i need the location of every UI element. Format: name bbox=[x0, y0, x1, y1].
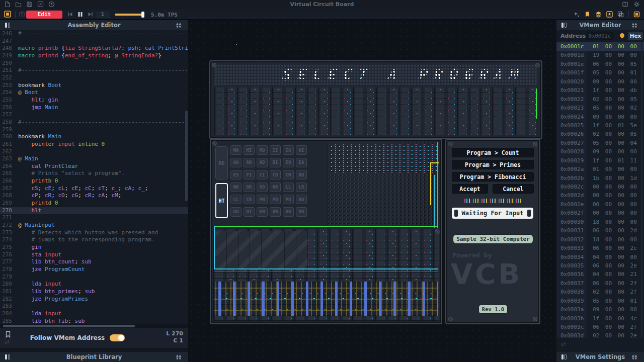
step-back-icon[interactable] bbox=[67, 11, 73, 18]
code-line[interactable]: 256 jmp Main bbox=[0, 104, 188, 112]
code-line[interactable]: 262 bbox=[0, 148, 188, 156]
code-line[interactable]: 268 cP; cR; cO; cG; cR; cA; cM; bbox=[0, 192, 188, 200]
ht-cell-active[interactable]: HT bbox=[215, 183, 228, 218]
swap-arrows-icon[interactable]: ⇄ bbox=[561, 341, 566, 347]
code-line[interactable]: 282 jze ProgramPrimes bbox=[0, 296, 188, 303]
vmem-row[interactable]: 0x000211f 00 00 db bbox=[556, 86, 644, 95]
address-input[interactable] bbox=[586, 32, 614, 40]
code-line[interactable]: 248macro printb {lia StringStarta?; psh;… bbox=[0, 45, 188, 52]
follow-vmem-toggle[interactable] bbox=[110, 334, 125, 341]
decoder-cell-ll[interactable]: LL bbox=[283, 183, 294, 192]
code-line[interactable]: 283 bbox=[0, 303, 188, 310]
code-horizontal-scrollbar-thumb[interactable] bbox=[3, 325, 135, 327]
history-icon[interactable] bbox=[48, 1, 55, 8]
decoder-cell-ea[interactable]: EA bbox=[296, 158, 307, 167]
code-line[interactable]: 246#------------------------------------… bbox=[0, 30, 188, 38]
circuit-canvas[interactable]: SELECT A PROGRAM RE HT MAMIMOIIIOAIAOANA… bbox=[188, 20, 556, 362]
vmem-row[interactable]: 0x0003404 00 00 00 bbox=[556, 253, 644, 261]
vmem-row[interactable]: 0x0002705 00 00 04 bbox=[556, 139, 644, 147]
code-line[interactable]: 252 bbox=[0, 74, 188, 82]
code-line[interactable]: 258#------------------------------------… bbox=[0, 119, 188, 126]
decoder-cell-or[interactable]: OR bbox=[244, 183, 255, 192]
decoder-cell-ii[interactable]: II bbox=[270, 145, 281, 155]
decoder-cell-ad[interactable]: AD bbox=[257, 158, 268, 167]
code-line[interactable]: 273 # Detects which button was pressed a… bbox=[0, 229, 188, 237]
program-button-2[interactable]: Program > Primes bbox=[452, 160, 534, 169]
screenshot-icon[interactable] bbox=[19, 11, 25, 17]
vmem-row[interactable]: 0x0002202 00 00 05 bbox=[556, 95, 644, 104]
pause-icon[interactable] bbox=[77, 11, 84, 18]
code-line[interactable]: 249macro printd {end_of_string; @ String… bbox=[0, 52, 188, 60]
blueprint-library-header[interactable]: Blueprint Library ▲▲▼▼ bbox=[0, 352, 188, 362]
resize-panel-icon[interactable]: ▲▲▼▼ bbox=[176, 22, 183, 28]
code-line[interactable]: 278 jze ProgramCount bbox=[0, 266, 188, 274]
vmem-row[interactable]: 0x000291f 00 01 11 bbox=[556, 156, 644, 165]
cpu-board[interactable]: RE HT MAMIMOIIIOAIAOANADBIEOEAESFICICOCN… bbox=[210, 139, 442, 324]
code-line[interactable]: 247 bbox=[0, 38, 188, 45]
decoder-cell-oi[interactable]: OI bbox=[244, 207, 255, 217]
layers-icon[interactable] bbox=[595, 11, 602, 18]
vcb-logo-icon[interactable] bbox=[4, 11, 11, 18]
decoder-cell-ai[interactable]: AI bbox=[296, 145, 307, 155]
color-swatch-icon[interactable] bbox=[633, 11, 640, 18]
vmem-row[interactable]: 0x0002305 00 00 02 bbox=[556, 104, 644, 112]
decoder-cell-eo[interactable]: EO bbox=[283, 158, 294, 167]
decoder-cell-pn[interactable]: PN bbox=[257, 195, 268, 204]
vmem-scrollbar[interactable] bbox=[641, 42, 642, 338]
tps-slider[interactable] bbox=[115, 14, 144, 16]
vmem-memory-list[interactable]: 0x0001c01 00 00 000x0001d19 00 00 000x00… bbox=[556, 42, 644, 338]
decoder-cell-vd[interactable]: VD bbox=[283, 207, 294, 217]
decoder-cell-nd[interactable]: ND bbox=[230, 183, 242, 192]
code-line[interactable]: 276 sta input bbox=[0, 251, 188, 259]
code-line[interactable]: 271 bbox=[0, 214, 188, 222]
decoder-cell-pd[interactable]: PD bbox=[270, 195, 281, 204]
decoder-cell-cl[interactable]: CL bbox=[230, 195, 242, 204]
code-line[interactable]: 266 printb 0 bbox=[0, 177, 188, 185]
code-line[interactable]: 264 cal PrintClear bbox=[0, 163, 188, 170]
cancel-button[interactable]: Cancel bbox=[493, 184, 534, 194]
vmem-row[interactable]: 0x0002809 00 00 00 bbox=[556, 147, 644, 156]
vmem-row[interactable]: 0x0002c00 00 00 00 bbox=[556, 183, 644, 191]
decoder-cell-io[interactable]: IO bbox=[283, 145, 294, 155]
decoder-cell-mo[interactable]: MO bbox=[257, 145, 268, 155]
code-line[interactable]: 270 hlt bbox=[0, 207, 188, 215]
new-file-icon[interactable] bbox=[4, 1, 11, 8]
favorites-icon[interactable] bbox=[606, 11, 613, 18]
decoder-cell-cn[interactable]: CN bbox=[283, 170, 294, 179]
vmem-row[interactable]: 0x0002f00 00 00 00 bbox=[556, 209, 644, 217]
hex-toggle-button[interactable]: Hex bbox=[628, 32, 643, 40]
pin-icon[interactable] bbox=[619, 32, 625, 39]
decoder-cell-bo[interactable]: BO bbox=[296, 195, 307, 204]
code-line[interactable]: 253bookmark Boot bbox=[0, 82, 188, 89]
vmem-row[interactable]: 0x0003604 00 00 21 bbox=[556, 270, 644, 279]
assembly-code-area[interactable]: 246#------------------------------------… bbox=[0, 30, 188, 325]
decoder-cell-no[interactable]: NO bbox=[296, 170, 307, 179]
decoder-cell-ar[interactable]: AR bbox=[270, 183, 281, 192]
vmem-row[interactable]: 0x0001d19 00 00 00 bbox=[556, 51, 644, 59]
code-line[interactable]: 281 lib btn_primes; sub bbox=[0, 288, 188, 296]
vmem-row[interactable]: 0x0001f05 00 00 01 bbox=[556, 68, 644, 77]
vmem-row[interactable]: 0x0001e06 00 00 05 bbox=[556, 60, 644, 68]
tps-slider-handle[interactable] bbox=[141, 12, 144, 18]
vmem-settings-header[interactable]: VMem Settings ▲▲▼▼ bbox=[556, 352, 644, 362]
step-count-input[interactable]: 1 bbox=[96, 11, 110, 18]
gear-icon[interactable] bbox=[633, 1, 640, 8]
re-cell[interactable]: RE bbox=[215, 146, 228, 179]
edit-file-icon[interactable] bbox=[37, 1, 44, 8]
save-icon[interactable] bbox=[26, 1, 33, 8]
vmem-row[interactable]: 0x0003706 00 00 2f bbox=[556, 279, 644, 288]
vmem-row[interactable]: 0x0003802 00 00 2f bbox=[556, 288, 644, 296]
decoder-cell-fi[interactable]: FI bbox=[244, 170, 255, 179]
vmem-row[interactable]: 0x0003b1f 00 00 4c bbox=[556, 314, 644, 323]
decoder-cell-es[interactable]: ES bbox=[230, 170, 242, 179]
vmem-row[interactable]: 0x0003218 00 00 00 bbox=[556, 235, 644, 244]
code-line[interactable]: 274 # jumps to the corresponding program… bbox=[0, 236, 188, 244]
decoder-cell-en[interactable]: EN bbox=[257, 207, 268, 217]
program-button-1[interactable]: Program > Count bbox=[452, 148, 534, 157]
vmem-row[interactable]: 0x0002409 00 00 00 bbox=[556, 113, 644, 121]
accept-button[interactable]: Accept bbox=[452, 184, 488, 194]
code-line[interactable]: 284 lda input bbox=[0, 310, 188, 318]
decoder-cell-cr[interactable]: CR bbox=[244, 195, 255, 204]
decoder-cell-po[interactable]: PO bbox=[283, 195, 294, 204]
code-line[interactable]: 257 bbox=[0, 111, 188, 119]
